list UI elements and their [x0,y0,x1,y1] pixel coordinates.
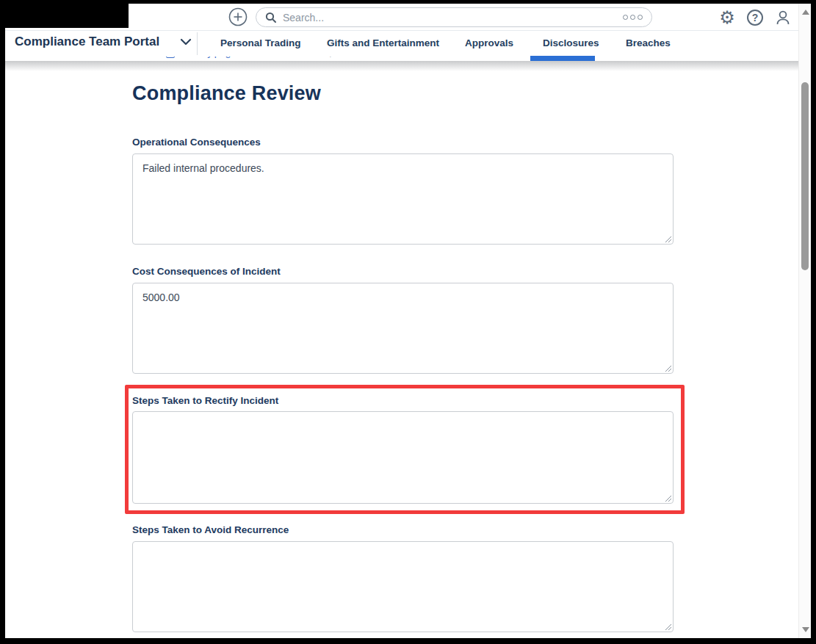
user-profile-icon[interactable] [773,8,792,27]
chevron-down-icon [180,38,192,46]
settings-gear-icon[interactable]: ⚙ [718,8,737,27]
steps-avoid-textarea[interactable] [132,541,674,632]
add-button[interactable] [228,7,248,27]
scroll-down-arrow-icon[interactable] [802,627,809,632]
page-title: Compliance Review [132,82,321,105]
tab-breaches[interactable]: Breaches [626,37,671,48]
help-icon[interactable]: ? [745,8,765,27]
field-label-cost-consequences: Cost Consequences of Incident [132,266,281,277]
tab-personal-trading[interactable]: Personal Trading [220,37,301,48]
window-border-bottom [0,638,816,644]
window-border-left [0,0,5,644]
portal-title: Compliance Team Portal [15,35,159,49]
search-icon [265,12,277,23]
window-border-right [811,0,816,644]
search-bar[interactable] [256,7,652,27]
tab-disclosures[interactable]: Disclosures [543,37,599,48]
active-tab-indicator [530,56,595,61]
search-input[interactable] [283,12,623,23]
field-label-operational-consequences: Operational Consequences [132,137,261,148]
steps-rectify-textarea[interactable] [132,411,674,504]
nav-bar: Compliance Team Portal Personal Trading … [5,31,801,57]
vertical-scrollbar[interactable] [798,4,811,638]
main-content: Compliance Review Operational Consequenc… [5,61,801,638]
portal-dropdown[interactable]: Compliance Team Portal [15,35,192,49]
nav-divider [197,32,198,55]
field-label-steps-avoid: Steps Taken to Avoid Recurrence [132,524,289,535]
search-options-icon[interactable] [623,15,643,20]
app-window: ⚙ ? History.png Feb 16, 2024 6:44 PM Com… [0,0,816,644]
scroll-up-arrow-icon[interactable] [802,10,809,15]
window-corner-block [0,0,129,28]
scrollbar-thumb[interactable] [801,82,809,270]
plus-circle-icon [228,7,248,27]
field-label-steps-rectify: Steps Taken to Rectify Incident [132,395,278,406]
tab-gifts-entertainment[interactable]: Gifts and Entertainment [327,37,439,48]
cost-consequences-textarea[interactable]: 5000.00 [132,283,674,374]
operational-consequences-textarea[interactable]: Failed internal procedures. [132,153,674,245]
tab-approvals[interactable]: Approvals [465,37,513,48]
